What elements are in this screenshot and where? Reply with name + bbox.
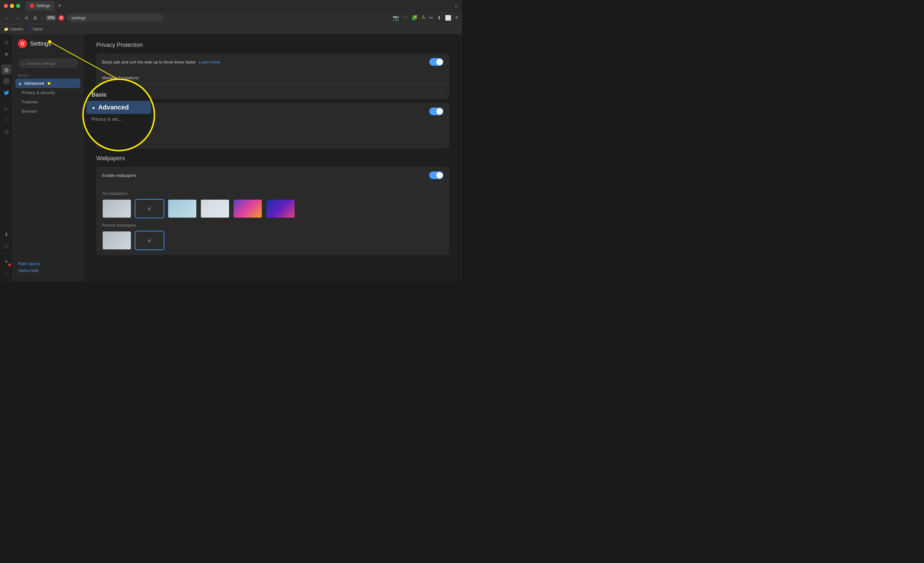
search-settings-container[interactable]: ⌕: [18, 59, 78, 68]
bookmarks-bar: 📁 Lifewire Y Yahoo: [0, 24, 462, 34]
nav-section-basic: Basic: [13, 72, 83, 79]
manage-lists-row[interactable]: Manage Lists ›: [96, 85, 449, 99]
manage-exceptions-row[interactable]: Manage Exceptions ›: [96, 71, 449, 85]
nav-features[interactable]: Features: [13, 97, 83, 107]
maximize-button[interactable]: [16, 4, 20, 8]
recent-wallpaper-thumb-1[interactable]: [102, 231, 132, 250]
sidebar-icon-more[interactable]: ···: [1, 268, 12, 278]
close-button[interactable]: [4, 4, 8, 8]
wallpaper-thumb-2[interactable]: ✓: [135, 199, 164, 218]
recent-wallpaper-thumb-2[interactable]: ✓: [135, 231, 164, 250]
extension-icon[interactable]: 🧩: [411, 15, 418, 21]
gx-badge: [8, 264, 11, 266]
sidebar-icon-gx[interactable]: ✦: [1, 257, 12, 267]
nav-privacy-security[interactable]: Privacy & security: [13, 88, 83, 97]
main-layout: ⊙ ★ ◎ ▷ ♡ ◷ ⬇ ⬡ ✦ ···: [0, 34, 462, 281]
wallpaper-thumb-4[interactable]: [200, 199, 230, 218]
wallpaper-thumb-6[interactable]: [266, 199, 295, 218]
new-tab-button[interactable]: +: [56, 2, 63, 10]
block-ads-row: Block ads and surf the web up to three t…: [96, 54, 449, 71]
block-ads-learn-more[interactable]: Learn more: [199, 60, 220, 65]
block-trackers-learn-more[interactable]: Learn more: [132, 109, 154, 114]
enable-wallpapers-toggle[interactable]: [429, 171, 443, 179]
sidebar-icon-home[interactable]: ⊙: [1, 37, 12, 48]
recent-wallpapers-grid: ✓: [102, 231, 443, 250]
minimize-button[interactable]: [10, 4, 14, 8]
vpn-badge[interactable]: VPN: [46, 15, 56, 20]
manage-lists2-label: Manage Lists: [102, 139, 442, 144]
battery-icon[interactable]: ⬜: [445, 15, 452, 21]
enable-wallpapers-label: Enable wallpapers: [102, 173, 429, 178]
recent-wallpaper-check-2: ✓: [146, 237, 153, 244]
sidebar-icon-instagram[interactable]: [1, 76, 12, 86]
rate-opera-link[interactable]: Rate Opera: [18, 260, 78, 267]
chevron-up-icon: ▲: [18, 81, 22, 86]
bookmark-folder-icon: 📁: [4, 27, 9, 32]
search-icon[interactable]: ⌕: [455, 3, 458, 9]
block-trackers-toggle[interactable]: [429, 108, 443, 115]
svg-point-1: [6, 80, 8, 82]
manage-lists-arrow: ›: [442, 90, 443, 95]
block-trackers-card: Block Trackers Learn more Manage Excepti…: [96, 103, 449, 149]
wallpapers-section: Wallpapers Enable wallpapers All wallpap…: [96, 155, 449, 255]
opera-logo-icon: O: [18, 39, 27, 48]
back-button[interactable]: ←: [4, 14, 11, 22]
bookmark-yahoo-icon: Y: [28, 27, 31, 32]
sidebar-icon-downloads[interactable]: ⬇: [1, 229, 12, 239]
refresh-button[interactable]: ↺: [23, 14, 30, 22]
nav-icons: 📷 ♡ 🧩 A ✂ ⬇ ⬜ ≡: [393, 15, 458, 21]
nav-links: Rate Opera Opera help: [13, 258, 83, 276]
sidebar-icon-messages[interactable]: ▷: [1, 104, 12, 114]
tab-label: Settings: [36, 3, 50, 8]
search-settings-input[interactable]: [27, 61, 74, 66]
wallpapers-card: Enable wallpapers All wallpapers ✓: [96, 167, 449, 255]
snap-icon[interactable]: ✂: [429, 15, 433, 21]
svg-rect-0: [4, 79, 9, 84]
sidebar-icon-heart[interactable]: ♡: [1, 115, 12, 125]
wallpaper-check-2: ✓: [146, 205, 153, 212]
recent-wallpapers-label: Recent wallpapers: [102, 223, 443, 228]
wallpaper-thumb-3[interactable]: [168, 199, 197, 218]
bookmark-yahoo[interactable]: Y Yahoo: [28, 27, 43, 32]
block-ads-label: Block ads and surf the web up to three t…: [102, 60, 429, 65]
manage-exceptions-label: Manage Exceptions: [102, 75, 442, 80]
all-wallpapers-label: All wallpapers: [102, 191, 443, 196]
forward-button[interactable]: →: [14, 14, 21, 22]
settings-logo: O Settings: [13, 39, 83, 54]
menu-icon[interactable]: ≡: [455, 15, 458, 21]
sidebar-icon-clock[interactable]: ◷: [1, 126, 12, 137]
url-bar: settings: [67, 14, 163, 22]
manage-lists-label: Manage Lists: [102, 90, 442, 95]
sidebar-icon-packages[interactable]: ⬡: [1, 241, 12, 251]
wallpaper-thumb-1[interactable]: [102, 199, 132, 218]
wallpaper-thumb-5[interactable]: [233, 199, 262, 218]
nav-bar: ← → ↺ ⊞ | VPN O settings 📷 ♡ 🧩 A ✂ ⬇ ⬜ ≡: [0, 12, 462, 24]
download-icon[interactable]: ⬇: [437, 15, 441, 21]
manage-lists2-row[interactable]: Manage Lists ›: [96, 135, 449, 149]
manage-exceptions2-arrow: ›: [442, 125, 443, 130]
tab-favicon: [30, 3, 34, 8]
active-tab[interactable]: Settings: [26, 1, 54, 11]
title-bar: Settings + ⌕: [0, 0, 462, 12]
bookmark-lifewire[interactable]: 📁 Lifewire: [4, 27, 23, 32]
settings-nav: O Settings ⌕ Basic ▲ Advanced Privacy & …: [13, 34, 83, 281]
wallpapers-title: Wallpapers: [96, 155, 449, 162]
all-wallpapers-grid: ✓: [102, 199, 443, 218]
heart-icon[interactable]: ♡: [403, 15, 408, 21]
sidebar-icon-twitter[interactable]: [1, 88, 12, 98]
manage-exceptions2-row[interactable]: Manage Exceptions ›: [96, 120, 449, 135]
sidebar-icon-bookmarks[interactable]: ★: [1, 49, 12, 59]
wallet-icon[interactable]: A: [422, 15, 425, 21]
camera-icon[interactable]: 📷: [393, 15, 399, 21]
opera-help-link[interactable]: Opera help: [18, 267, 78, 274]
sidebar-icon-news[interactable]: ◎: [1, 65, 12, 75]
opera-icon: O: [58, 15, 64, 21]
manage-exceptions-arrow: ›: [442, 75, 443, 80]
grid-button[interactable]: ⊞: [32, 14, 39, 22]
settings-page-title: Settings: [30, 41, 51, 47]
privacy-protection-title: Privacy Protection: [96, 42, 449, 48]
nav-browser[interactable]: Browser: [13, 107, 83, 116]
block-trackers-label: Block Trackers Learn more: [102, 109, 429, 114]
nav-advanced[interactable]: ▲ Advanced: [15, 79, 81, 88]
block-ads-toggle[interactable]: [429, 58, 443, 66]
